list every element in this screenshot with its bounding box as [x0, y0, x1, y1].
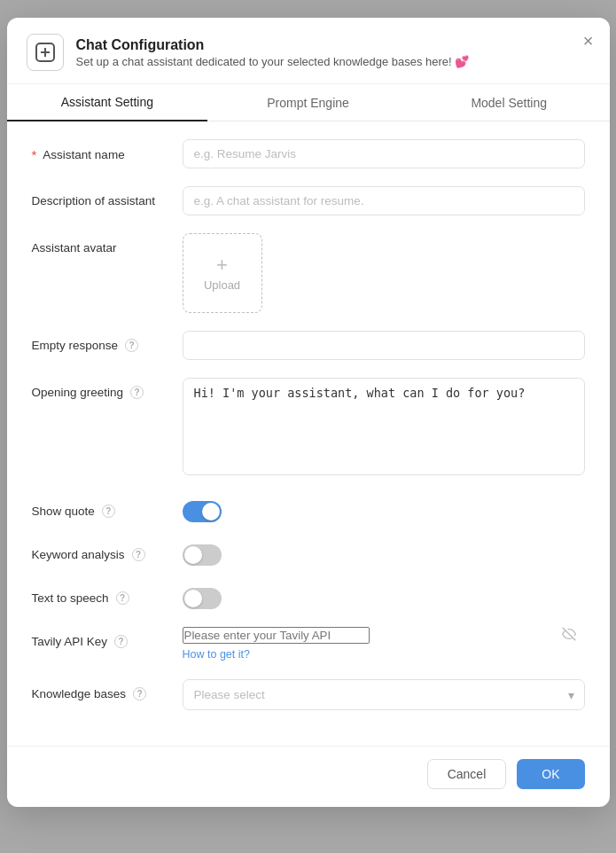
tavily-api-key-input[interactable]	[183, 627, 370, 644]
text-to-speech-control	[183, 583, 585, 609]
opening-greeting-label: Opening greeting ?	[32, 378, 183, 399]
show-quote-help-icon[interactable]: ?	[102, 505, 115, 518]
keyword-analysis-row: Keyword analysis ?	[32, 540, 585, 566]
show-quote-control	[183, 497, 585, 522]
knowledge-bases-help-icon[interactable]: ?	[133, 687, 146, 700]
avatar-control: + Upload	[183, 233, 585, 313]
knowledge-bases-label: Knowledge bases ?	[32, 679, 183, 700]
ok-button[interactable]: OK	[517, 759, 584, 789]
upload-plus-icon: +	[216, 255, 228, 275]
show-quote-toggle[interactable]	[183, 501, 222, 522]
modal-footer: Cancel OK	[7, 746, 610, 807]
tavily-api-key-label: Tavily API Key ?	[32, 627, 183, 648]
required-asterisk: *	[32, 147, 37, 162]
modal-header-text: Chat Configuration Set up a chat assista…	[76, 37, 470, 68]
tavily-api-key-help-icon[interactable]: ?	[114, 635, 128, 648]
assistant-name-control	[183, 139, 585, 168]
modal-subtitle: Set up a chat assistant dedicated to you…	[76, 55, 470, 68]
keyword-analysis-control	[183, 540, 585, 566]
empty-response-row: Empty response ?	[32, 331, 585, 360]
show-quote-toggle-wrap	[183, 497, 585, 522]
chat-config-modal: Chat Configuration Set up a chat assista…	[7, 18, 610, 807]
avatar-upload-button[interactable]: + Upload	[183, 233, 262, 313]
how-to-get-link[interactable]: How to get it?	[183, 648, 250, 661]
description-label: Description of assistant	[32, 186, 183, 207]
text-to-speech-toggle-wrap	[183, 583, 585, 609]
text-to-speech-toggle[interactable]	[183, 588, 222, 609]
text-to-speech-row: Text to speech ?	[32, 583, 585, 609]
knowledge-bases-select-wrap: Please select ▾	[183, 679, 585, 710]
opening-greeting-help-icon[interactable]: ?	[130, 386, 144, 399]
keyword-analysis-toggle[interactable]	[183, 544, 222, 566]
knowledge-bases-control: Please select ▾	[183, 679, 585, 710]
form-body: * Assistant name Description of assistan…	[7, 121, 610, 746]
tab-model-setting[interactable]: Model Setting	[409, 84, 610, 121]
assistant-name-input[interactable]	[183, 139, 585, 168]
tavily-api-key-input-wrap	[183, 627, 585, 644]
knowledge-bases-select[interactable]: Please select	[183, 679, 585, 710]
show-quote-label: Show quote ?	[32, 497, 183, 518]
close-button[interactable]: ×	[583, 32, 594, 50]
tab-prompt-engine[interactable]: Prompt Engine	[207, 84, 409, 121]
opening-greeting-textarea[interactable]: Hi! I'm your assistant, what can I do fo…	[183, 378, 585, 475]
tab-assistant-setting[interactable]: Assistant Setting	[7, 84, 208, 121]
empty-response-input[interactable]	[183, 331, 585, 360]
opening-greeting-control: Hi! I'm your assistant, what can I do fo…	[183, 378, 585, 479]
keyword-analysis-label: Keyword analysis ?	[32, 540, 183, 561]
eye-icon[interactable]	[562, 627, 576, 645]
knowledge-bases-row: Knowledge bases ? Please select ▾	[32, 679, 585, 710]
toggle-knob-3	[184, 590, 202, 607]
keyword-analysis-toggle-wrap	[183, 540, 585, 566]
empty-response-control	[183, 331, 585, 360]
modal-header: Chat Configuration Set up a chat assista…	[7, 18, 610, 84]
avatar-row: Assistant avatar + Upload	[32, 233, 585, 313]
toggle-knob-2	[184, 546, 202, 564]
modal-logo-icon	[27, 34, 64, 71]
upload-label: Upload	[204, 278, 240, 292]
cancel-button[interactable]: Cancel	[427, 759, 507, 789]
description-control	[183, 186, 585, 215]
toggle-knob	[202, 503, 220, 520]
assistant-name-label: * Assistant name	[32, 139, 183, 162]
empty-response-help-icon[interactable]: ?	[125, 339, 138, 352]
keyword-analysis-help-icon[interactable]: ?	[132, 548, 145, 561]
text-to-speech-help-icon[interactable]: ?	[116, 591, 129, 605]
tavily-api-key-control: How to get it?	[183, 627, 585, 661]
empty-response-label: Empty response ?	[32, 331, 183, 352]
text-to-speech-label: Text to speech ?	[32, 583, 183, 605]
modal-title: Chat Configuration	[76, 37, 470, 53]
avatar-label: Assistant avatar	[32, 233, 183, 254]
tab-bar: Assistant Setting Prompt Engine Model Se…	[7, 84, 610, 121]
description-row: Description of assistant	[32, 186, 585, 215]
opening-greeting-row: Opening greeting ? Hi! I'm your assistan…	[32, 378, 585, 479]
assistant-name-row: * Assistant name	[32, 139, 585, 168]
tavily-api-key-row: Tavily API Key ? How	[32, 627, 585, 661]
description-input[interactable]	[183, 186, 585, 215]
show-quote-row: Show quote ?	[32, 497, 585, 522]
